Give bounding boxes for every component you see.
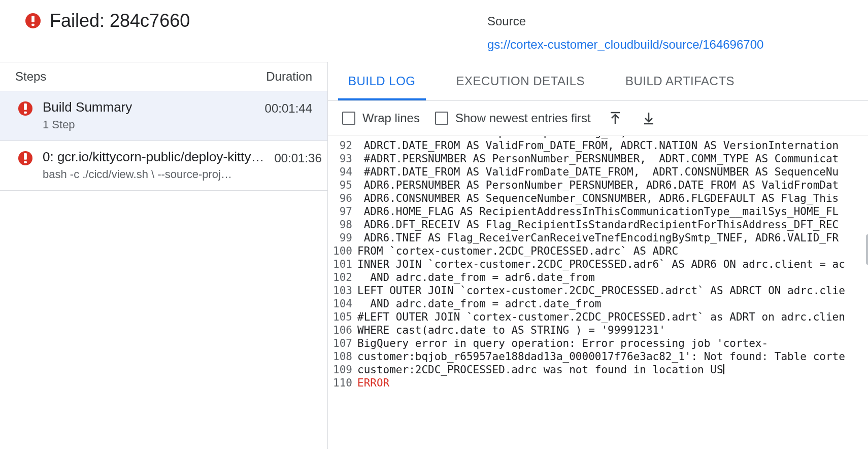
line-content: LEFT OUTER JOIN `cortex-customer.2CDC_PR… bbox=[357, 284, 868, 297]
page-title: Failed: 284c7660 bbox=[50, 10, 190, 31]
log-line: 103LEFT OUTER JOIN `cortex-customer.2CDC… bbox=[328, 284, 868, 297]
show-newest-checkbox[interactable]: Show newest entries first bbox=[435, 111, 591, 125]
line-number: 109 bbox=[328, 363, 357, 376]
checkbox-icon bbox=[435, 112, 448, 125]
line-number: 96 bbox=[328, 192, 357, 205]
line-content: ADRC.…… AS BusinessPurposeCompleted…ag_…… bbox=[357, 135, 868, 139]
log-line: 110ERROR bbox=[328, 376, 868, 390]
line-content: ADR6.HOME_FLAG AS RecipientAddressInThis… bbox=[357, 205, 868, 218]
svg-rect-4 bbox=[24, 153, 27, 160]
line-number: 103 bbox=[328, 284, 357, 297]
log-line: 102 AND adrc.date_from = adr6.date_from bbox=[328, 271, 868, 284]
line-number: 110 bbox=[328, 376, 357, 390]
log-line: 108customer:bqjob_r65957ae188dad13a_0000… bbox=[328, 350, 868, 363]
line-content: AND adrc.date_from = adrct.date_from bbox=[357, 297, 868, 310]
error-icon bbox=[18, 151, 32, 165]
step-subtitle: bash -c ./cicd/view.sh \ --source-proj… bbox=[43, 168, 264, 181]
log-line: 109customer:2CDC_PROCESSED.adrc was not … bbox=[328, 363, 868, 376]
line-content: #ADRT.PERSNUMBER AS PersonNumber_PERSNUM… bbox=[357, 152, 868, 165]
step-row[interactable]: 0: gcr.io/kittycorn-public/deploy-kitty…… bbox=[0, 141, 327, 191]
step-title: Build Summary bbox=[43, 99, 255, 115]
log-output[interactable]: 91ADRC.…… AS BusinessPurposeCompleted…ag… bbox=[328, 135, 868, 449]
line-number: 98 bbox=[328, 218, 357, 231]
line-content: BigQuery error in query operation: Error… bbox=[357, 337, 868, 350]
scrollbar-thumb[interactable] bbox=[866, 234, 868, 265]
tab-execution-details[interactable]: EXECUTION DETAILS bbox=[446, 62, 595, 100]
tabs: BUILD LOGEXECUTION DETAILSBUILD ARTIFACT… bbox=[328, 62, 868, 101]
line-number: 101 bbox=[328, 258, 357, 271]
steps-panel: Steps Duration Build Summary 1 Step 00:0… bbox=[0, 62, 327, 449]
line-content: ADR6.TNEF AS Flag_ReceiverCanReceiveTnef… bbox=[357, 231, 868, 244]
svg-rect-5 bbox=[24, 161, 27, 163]
scroll-to-top-icon[interactable] bbox=[606, 109, 624, 127]
log-line: 92 ADRCT.DATE_FROM AS ValidFrom_DATE_FRO… bbox=[328, 139, 868, 152]
line-content: ERROR bbox=[357, 376, 868, 390]
log-line: 106WHERE cast(adrc.date_to AS STRING ) =… bbox=[328, 324, 868, 337]
steps-header-label: Steps bbox=[15, 69, 266, 84]
log-line: 98 ADR6.DFT_RECEIV AS Flag_RecipientIsSt… bbox=[328, 218, 868, 231]
step-title: 0: gcr.io/kittycorn-public/deploy-kitty… bbox=[43, 149, 264, 165]
step-subtitle: 1 Step bbox=[43, 118, 255, 131]
source-label: Source bbox=[487, 14, 853, 28]
line-content: FROM `cortex-customer.2CDC_PROCESSED.adr… bbox=[357, 244, 868, 258]
line-number: 104 bbox=[328, 297, 357, 310]
line-number: 106 bbox=[328, 324, 357, 337]
line-number: 99 bbox=[328, 231, 357, 244]
wrap-lines-checkbox[interactable]: Wrap lines bbox=[342, 111, 420, 125]
line-content: customer:bqjob_r65957ae188dad13a_0000017… bbox=[357, 350, 868, 363]
line-number: 92 bbox=[328, 139, 357, 152]
svg-rect-1 bbox=[31, 24, 35, 26]
wrap-lines-label: Wrap lines bbox=[362, 111, 420, 125]
log-line: 91ADRC.…… AS BusinessPurposeCompleted…ag… bbox=[328, 135, 868, 139]
source-link[interactable]: gs://cortex-customer_cloudbuild/source/1… bbox=[487, 38, 763, 51]
line-number: 108 bbox=[328, 350, 357, 363]
line-content: #ADRT.DATE_FROM AS ValidFromDate_DATE_FR… bbox=[357, 165, 868, 179]
line-number: 97 bbox=[328, 205, 357, 218]
tab-build-log[interactable]: BUILD LOG bbox=[338, 62, 426, 100]
line-content: ADR6.PERSNUMBER AS PersonNumber_PERSNUMB… bbox=[357, 179, 868, 192]
error-icon bbox=[25, 13, 41, 28]
line-content: INNER JOIN `cortex-customer.2CDC_PROCESS… bbox=[357, 258, 868, 271]
svg-rect-3 bbox=[24, 112, 27, 114]
svg-rect-0 bbox=[31, 16, 35, 22]
log-line: 107BigQuery error in query operation: Er… bbox=[328, 337, 868, 350]
step-duration: 00:01:44 bbox=[265, 101, 312, 116]
log-line: 95 ADR6.PERSNUMBER AS PersonNumber_PERSN… bbox=[328, 179, 868, 192]
line-number: 102 bbox=[328, 271, 357, 284]
line-content: AND adrc.date_from = adr6.date_from bbox=[357, 271, 868, 284]
step-duration: 00:01:36 bbox=[274, 151, 321, 165]
line-number: 93 bbox=[328, 152, 357, 165]
line-number: 107 bbox=[328, 337, 357, 350]
line-content: customer:2CDC_PROCESSED.adrc was not fou… bbox=[357, 363, 868, 376]
checkbox-icon bbox=[342, 112, 355, 125]
log-line: 101INNER JOIN `cortex-customer.2CDC_PROC… bbox=[328, 258, 868, 271]
line-content: #LEFT OUTER JOIN `cortex-customer.2CDC_P… bbox=[357, 310, 868, 324]
step-row[interactable]: Build Summary 1 Step 00:01:44 bbox=[0, 91, 327, 141]
line-content: WHERE cast(adrc.date_to AS STRING ) = '9… bbox=[357, 324, 868, 337]
line-content: ADRCT.DATE_FROM AS ValidFrom_DATE_FROM, … bbox=[357, 139, 868, 152]
log-line: 96 ADR6.CONSNUMBER AS SequenceNumber_CON… bbox=[328, 192, 868, 205]
log-line: 100FROM `cortex-customer.2CDC_PROCESSED.… bbox=[328, 244, 868, 258]
error-icon bbox=[18, 101, 32, 116]
line-number: 94 bbox=[328, 165, 357, 179]
line-number: 105 bbox=[328, 310, 357, 324]
log-line: 97 ADR6.HOME_FLAG AS RecipientAddressInT… bbox=[328, 205, 868, 218]
line-number: 100 bbox=[328, 244, 357, 258]
log-line: 99 ADR6.TNEF AS Flag_ReceiverCanReceiveT… bbox=[328, 231, 868, 244]
log-line: 94 #ADRT.DATE_FROM AS ValidFromDate_DATE… bbox=[328, 165, 868, 179]
log-line: 105#LEFT OUTER JOIN `cortex-customer.2CD… bbox=[328, 310, 868, 324]
line-number: 91 bbox=[328, 135, 357, 139]
tab-build-artifacts[interactable]: BUILD ARTIFACTS bbox=[615, 62, 745, 100]
text-cursor bbox=[723, 364, 724, 374]
log-line: 93 #ADRT.PERSNUMBER AS PersonNumber_PERS… bbox=[328, 152, 868, 165]
show-newest-label: Show newest entries first bbox=[455, 111, 591, 125]
download-icon[interactable] bbox=[640, 109, 658, 127]
svg-rect-2 bbox=[24, 103, 27, 110]
duration-header-label: Duration bbox=[266, 69, 312, 84]
line-content: ADR6.CONSNUMBER AS SequenceNumber_CONSNU… bbox=[357, 192, 868, 205]
line-number: 95 bbox=[328, 179, 357, 192]
line-content: ADR6.DFT_RECEIV AS Flag_RecipientIsStand… bbox=[357, 218, 868, 231]
log-line: 104 AND adrc.date_from = adrct.date_from bbox=[328, 297, 868, 310]
